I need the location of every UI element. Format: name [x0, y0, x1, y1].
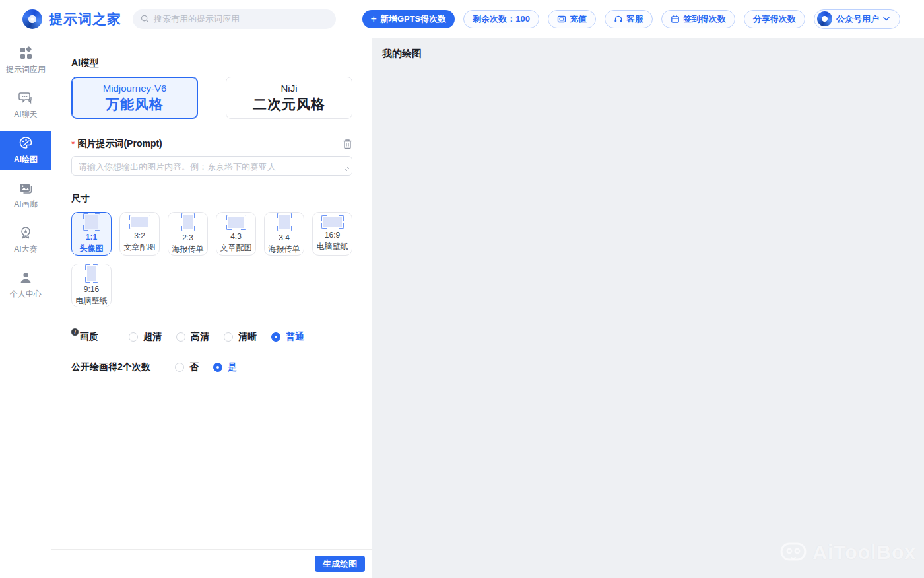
- sidebar-item-label: 个人中心: [10, 289, 42, 300]
- crop-frame-icon: [83, 213, 100, 231]
- chevron-down-icon: [883, 17, 890, 21]
- model-option-midjourney[interactable]: Midjourney-V6 万能风格: [71, 77, 198, 119]
- crop-frame-icon: [277, 213, 292, 231]
- quality-option-clear[interactable]: 清晰: [224, 331, 257, 343]
- header-actions: + 新增GPTS得次数 剩余次数：100 充值 客服 签到得次数 分享得次数 公…: [362, 9, 900, 29]
- radio-icon: [213, 363, 222, 372]
- sidebar-item-label: AI绘图: [14, 154, 38, 165]
- plus-icon: +: [371, 14, 377, 24]
- size-option-9-16[interactable]: 9:16 电脑壁纸: [71, 264, 112, 307]
- card-icon: [557, 15, 566, 24]
- calendar-icon: [671, 15, 680, 24]
- top-header: 提示词之家 搜索有用的提示词应用 + 新增GPTS得次数 剩余次数：100 充值…: [0, 0, 924, 38]
- headset-icon: [614, 15, 623, 24]
- user-icon: [19, 271, 32, 285]
- sidebar-item-label: AI聊天: [14, 109, 37, 120]
- crop-frame-icon: [321, 215, 344, 229]
- quality-label-wrap: i 画质: [71, 331, 129, 343]
- required-asterisk: *: [71, 139, 75, 149]
- sidebar-item-label: AI画廊: [14, 199, 37, 210]
- quality-radio-group: 超清 高清 清晰 普通: [129, 331, 319, 343]
- public-option-no[interactable]: 否: [175, 361, 199, 373]
- quality-row: i 画质 超清 高清 清晰 普通: [71, 331, 352, 343]
- sidebar-item-label: AI大赛: [14, 244, 37, 255]
- crop-frame-icon: [182, 213, 195, 231]
- draw-form: AI模型 Midjourney-V6 万能风格 NiJi 二次元风格 * 图片提…: [51, 38, 372, 549]
- model-options: Midjourney-V6 万能风格 NiJi 二次元风格: [71, 77, 352, 119]
- trophy-icon: [19, 226, 32, 240]
- sidebar-item-profile[interactable]: 个人中心: [0, 263, 51, 308]
- quality-label: 画质: [80, 331, 98, 343]
- user-avatar: [817, 11, 832, 26]
- trash-icon[interactable]: [343, 139, 352, 149]
- watermark-text: AiToolBox: [812, 541, 916, 563]
- add-gpts-button[interactable]: + 新增GPTS得次数: [362, 10, 455, 28]
- model-name: NiJi: [281, 83, 298, 94]
- model-name: Midjourney-V6: [103, 83, 167, 94]
- remaining-count-badge[interactable]: 剩余次数：100: [463, 10, 539, 28]
- my-drawings-area: 我的绘图 AiToolBox: [372, 38, 924, 578]
- gallery-icon: [18, 182, 33, 195]
- support-button[interactable]: 客服: [605, 10, 653, 28]
- search-icon: [141, 15, 149, 23]
- quality-option-normal[interactable]: 普通: [271, 331, 304, 343]
- prompt-textarea-wrap: [71, 156, 352, 176]
- sidebar-item-ai-contest[interactable]: AI大赛: [0, 218, 51, 263]
- sidebar-item-ai-gallery[interactable]: AI画廊: [0, 173, 51, 218]
- size-option-3-4[interactable]: 3:4 海报传单: [264, 212, 304, 256]
- radio-icon: [224, 332, 233, 342]
- radio-icon: [175, 363, 184, 372]
- model-option-niji[interactable]: NiJi 二次元风格: [226, 77, 352, 119]
- crop-frame-icon: [129, 215, 150, 229]
- public-reward-label: 公开绘画得2个次数: [71, 361, 150, 373]
- recharge-button[interactable]: 充值: [548, 10, 596, 28]
- sidebar-nav: 提示词应用 AI聊天 AI绘图 AI画廊 AI大赛 个人中心: [0, 38, 51, 578]
- prompt-label: 图片提示词(Prompt): [77, 138, 162, 150]
- generate-button[interactable]: 生成绘图: [315, 556, 365, 572]
- palette-icon: [18, 136, 33, 150]
- quality-option-high[interactable]: 高清: [176, 331, 209, 343]
- size-option-4-3[interactable]: 4:3 文章配图: [216, 212, 256, 256]
- apps-icon: [19, 46, 33, 60]
- prompt-textarea[interactable]: [71, 156, 352, 176]
- search-input[interactable]: 搜索有用的提示词应用: [133, 9, 336, 29]
- size-option-16-9[interactable]: 16:9 电脑壁纸: [312, 212, 352, 256]
- quality-option-ultra[interactable]: 超清: [129, 331, 162, 343]
- public-option-yes[interactable]: 是: [213, 361, 237, 373]
- brand-logo-icon: [22, 9, 42, 29]
- model-style: 二次元风格: [253, 95, 325, 114]
- size-option-3-2[interactable]: 3:2 文章配图: [119, 212, 160, 256]
- size-section-label: 尺寸: [71, 193, 352, 205]
- sidebar-item-label: 提示词应用: [6, 64, 46, 75]
- radio-icon: [176, 332, 185, 342]
- public-reward-row: 公开绘画得2个次数 否 是: [71, 361, 352, 373]
- sidebar-item-prompt-apps[interactable]: 提示词应用: [0, 38, 51, 83]
- brand-title: 提示词之家: [49, 10, 121, 28]
- content-title: 我的绘图: [372, 38, 924, 60]
- checkin-button[interactable]: 签到得次数: [661, 10, 735, 28]
- draw-form-panel: AI模型 Midjourney-V6 万能风格 NiJi 二次元风格 * 图片提…: [51, 38, 372, 578]
- size-option-1-1[interactable]: 1:1 头像图: [71, 212, 112, 256]
- chat-icon: [18, 92, 33, 105]
- model-style: 万能风格: [106, 95, 164, 114]
- model-section-label: AI模型: [71, 57, 352, 69]
- prompt-label-row: * 图片提示词(Prompt): [71, 138, 352, 150]
- radio-icon: [271, 332, 280, 342]
- search-placeholder: 搜索有用的提示词应用: [154, 13, 240, 25]
- size-options: 1:1 头像图 3:2 文章配图 2:3 海报传单 4:3 文章配图 3:4: [71, 212, 362, 307]
- sidebar-item-ai-draw[interactable]: AI绘图: [0, 131, 51, 170]
- size-option-2-3[interactable]: 2:3 海报传单: [168, 212, 208, 256]
- watermark: AiToolBox: [779, 541, 916, 563]
- user-menu[interactable]: 公众号用户: [814, 9, 900, 29]
- sidebar-item-ai-chat[interactable]: AI聊天: [0, 83, 51, 128]
- crop-frame-icon: [226, 215, 246, 230]
- public-radio-group: 否 是: [175, 361, 251, 373]
- crop-frame-icon: [85, 264, 98, 283]
- robot-icon: [779, 541, 807, 563]
- brand[interactable]: 提示词之家: [22, 9, 121, 29]
- info-icon[interactable]: i: [71, 328, 79, 336]
- share-button[interactable]: 分享得次数: [744, 10, 805, 28]
- form-footer: 生成绘图: [51, 549, 372, 578]
- radio-icon: [129, 332, 138, 342]
